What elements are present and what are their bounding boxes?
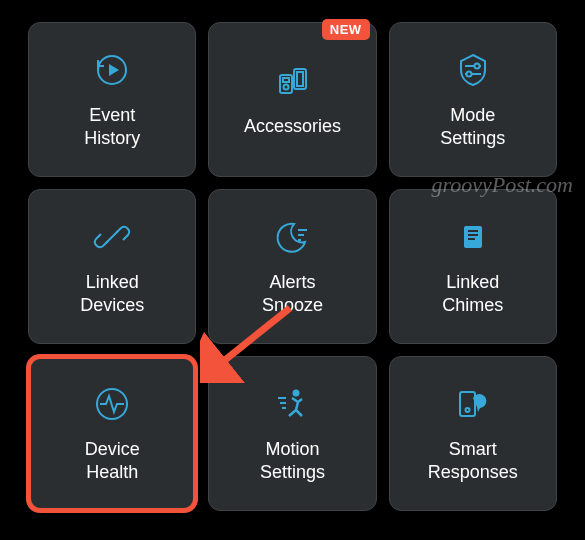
tile-label: Device Health (85, 438, 140, 483)
tile-motion-settings[interactable]: Motion Settings (208, 356, 376, 511)
tile-event-history[interactable]: Event History (28, 22, 196, 177)
svg-rect-6 (297, 72, 303, 86)
tile-accessories[interactable]: NEW Accessories (208, 22, 376, 177)
tile-linked-chimes[interactable]: Linked Chimes (389, 189, 557, 344)
linked-chimes-icon (453, 217, 493, 257)
tile-smart-responses[interactable]: Smart Responses (389, 356, 557, 511)
svg-rect-4 (283, 78, 289, 82)
svg-point-3 (284, 85, 289, 90)
event-history-icon (92, 50, 132, 90)
tile-device-health[interactable]: Device Health (28, 356, 196, 511)
tile-label: Motion Settings (260, 438, 325, 483)
mode-settings-icon (453, 50, 493, 90)
smart-responses-icon (453, 384, 493, 424)
tile-mode-settings[interactable]: Mode Settings (389, 22, 557, 177)
tile-label: Smart Responses (428, 438, 518, 483)
accessories-icon (272, 61, 312, 101)
tile-linked-devices[interactable]: Linked Devices (28, 189, 196, 344)
tile-label: Mode Settings (440, 104, 505, 149)
new-badge: NEW (322, 19, 370, 40)
svg-rect-15 (464, 226, 482, 248)
tile-label: Alerts Snooze (262, 271, 323, 316)
alerts-snooze-icon (272, 217, 312, 257)
tile-label: Accessories (244, 115, 341, 138)
tile-label: Linked Chimes (442, 271, 503, 316)
motion-settings-icon (272, 384, 312, 424)
settings-tile-grid: Event History NEW Accessories Mode Setti… (28, 22, 557, 511)
device-health-icon (92, 384, 132, 424)
svg-marker-1 (109, 64, 119, 76)
svg-point-9 (474, 64, 479, 69)
svg-line-11 (106, 231, 118, 243)
tile-label: Linked Devices (80, 271, 144, 316)
svg-point-10 (466, 72, 471, 77)
linked-devices-icon (92, 217, 132, 257)
tile-alerts-snooze[interactable]: Alerts Snooze (208, 189, 376, 344)
svg-point-20 (293, 390, 300, 397)
tile-label: Event History (84, 104, 140, 149)
svg-point-25 (465, 408, 469, 412)
